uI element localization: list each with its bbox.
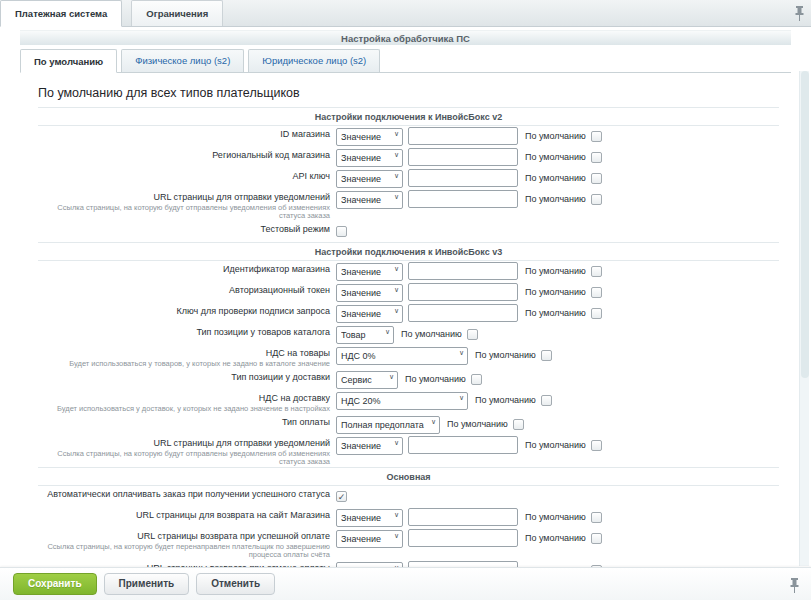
value-select-wrap: НДС 20%∨: [336, 390, 468, 410]
value-select[interactable]: Значение: [336, 509, 403, 527]
checkbox[interactable]: [591, 131, 602, 142]
payer-type-tabstrip: По умолчанию Физическое лицо (s2) Юридич…: [20, 49, 791, 73]
value-select[interactable]: Значение: [336, 149, 403, 167]
value-input[interactable]: [408, 304, 518, 322]
field-controls: НДС 0%∨По умолчанию: [336, 345, 552, 365]
value-select-wrap: Значение∨: [336, 435, 403, 455]
form-row: ID магазинаЗначение∨По умолчанию: [38, 126, 779, 146]
form-row: URL страницы для возврата на сайт Магази…: [38, 507, 779, 527]
checkbox[interactable]: [591, 194, 602, 205]
value-input[interactable]: [408, 127, 518, 145]
value-select-wrap: Значение∨: [336, 528, 403, 548]
value-select[interactable]: Значение: [336, 170, 403, 188]
default-label: По умолчанию: [525, 152, 586, 162]
field-label-cell: Региональный код магазина: [38, 147, 330, 160]
field-label-cell: Тип оплаты: [38, 414, 330, 427]
value-select[interactable]: Полная предоплата: [336, 416, 440, 434]
form-row: Тип оплатыПолная предоплата∨По умолчанию: [38, 414, 779, 434]
value-select-wrap: Значение∨: [336, 147, 403, 167]
value-select[interactable]: Значение: [336, 305, 403, 323]
field-label: Тестовый режим: [38, 224, 330, 234]
default-label: По умолчанию: [525, 173, 586, 183]
field-controls: Значение∨По умолчанию: [336, 261, 602, 281]
checkbox[interactable]: [541, 395, 552, 406]
checkbox[interactable]: [541, 350, 552, 361]
value-select-wrap: Значение∨: [336, 126, 403, 146]
field-label-cell: Тип позиции у доставки: [38, 369, 330, 382]
value-select[interactable]: НДС 20%: [336, 392, 468, 410]
value-select[interactable]: Значение: [336, 128, 403, 146]
section-title: Настройки подключения к ИнвойсБокс v2: [38, 112, 779, 122]
form-row: Автоматически оплачивать заказ при получ…: [38, 486, 779, 506]
checkbox[interactable]: [467, 329, 478, 340]
value-input[interactable]: [408, 262, 518, 280]
vertical-scrollbar[interactable]: [799, 71, 809, 566]
field-hint: Будет использоваться у товаров, у которы…: [38, 360, 330, 368]
scrollbar-thumb[interactable]: [801, 71, 809, 378]
form-row: Ключ для проверки подписи запросаЗначени…: [38, 303, 779, 323]
value-input[interactable]: [408, 529, 518, 547]
apply-button[interactable]: Применить: [104, 573, 190, 595]
field-controls: [336, 221, 347, 241]
value-select-wrap: Полная предоплата∨: [336, 414, 440, 434]
value-input[interactable]: [408, 148, 518, 166]
field-controls: Значение∨По умолчанию: [336, 528, 602, 548]
field-label-cell: API ключ: [38, 168, 330, 181]
checkbox[interactable]: [591, 287, 602, 298]
tab-payment-system[interactable]: Платежная система: [0, 0, 122, 27]
pin-icon[interactable]: [790, 578, 799, 593]
checkbox[interactable]: [591, 308, 602, 319]
value-select-wrap: Значение∨: [336, 303, 403, 323]
tab-individual[interactable]: Физическое лицо (s2): [121, 49, 244, 72]
checkbox[interactable]: [591, 440, 602, 451]
checkbox[interactable]: [336, 226, 347, 237]
value-select[interactable]: Товар: [336, 326, 394, 344]
checkbox[interactable]: [591, 152, 602, 163]
section-divider: [38, 107, 779, 108]
checkbox[interactable]: [471, 374, 482, 385]
checkbox[interactable]: [513, 419, 524, 430]
value-select[interactable]: Значение: [336, 191, 403, 209]
pin-icon[interactable]: [795, 6, 804, 21]
tab-default[interactable]: По умолчанию: [20, 49, 117, 73]
value-input[interactable]: [408, 508, 518, 526]
checkbox[interactable]: [591, 512, 602, 523]
checkbox[interactable]: ✓: [336, 491, 347, 502]
default-label: По умолчанию: [525, 194, 586, 204]
value-select[interactable]: Значение: [336, 437, 403, 455]
value-select-wrap: Значение∨: [336, 282, 403, 302]
value-select[interactable]: Значение: [336, 530, 403, 548]
form-content: По умолчанию для всех типов плательщиков…: [20, 73, 791, 600]
checkbox[interactable]: [591, 173, 602, 184]
default-label: По умолчанию: [525, 512, 586, 522]
value-input[interactable]: [408, 436, 518, 454]
value-select[interactable]: НДС 0%: [336, 347, 468, 365]
checkbox[interactable]: [591, 533, 602, 544]
form-row: Тестовый режим: [38, 221, 779, 241]
value-select[interactable]: Значение: [336, 284, 403, 302]
default-label: По умолчанию: [475, 395, 536, 405]
save-button[interactable]: Сохранить: [13, 573, 97, 595]
field-hint: Ссылка страницы, на которую будет перена…: [38, 543, 330, 559]
tab-legal-entity[interactable]: Юридическое лицо (s2): [248, 49, 380, 72]
cancel-button[interactable]: Отменить: [196, 573, 275, 595]
tab-restrictions[interactable]: Ограничения: [131, 0, 223, 26]
field-label: НДС на доставку: [38, 393, 330, 403]
value-input[interactable]: [408, 283, 518, 301]
value-input[interactable]: [408, 169, 518, 187]
default-label: По умолчанию: [525, 287, 586, 297]
field-hint: Ссылка страницы, на которую будут отправ…: [38, 450, 330, 466]
field-label: Тип позиции у доставки: [38, 372, 330, 382]
settings-window: Платежная система Ограничения Настройка …: [0, 0, 811, 600]
field-label-cell: URL страницы возврата при успешной оплат…: [38, 528, 330, 559]
section-divider: [38, 467, 779, 468]
field-label: ID магазина: [38, 129, 330, 139]
form-row: URL страницы возврата при успешной оплат…: [38, 528, 779, 559]
value-select[interactable]: Значение: [336, 263, 403, 281]
checkbox[interactable]: [591, 266, 602, 277]
value-input[interactable]: [408, 190, 518, 208]
field-controls: Значение∨По умолчанию: [336, 303, 602, 323]
value-select[interactable]: Сервис: [336, 371, 398, 389]
form-row: Авторизационный токенЗначение∨По умолчан…: [38, 282, 779, 302]
value-select-wrap: Значение∨: [336, 189, 403, 209]
